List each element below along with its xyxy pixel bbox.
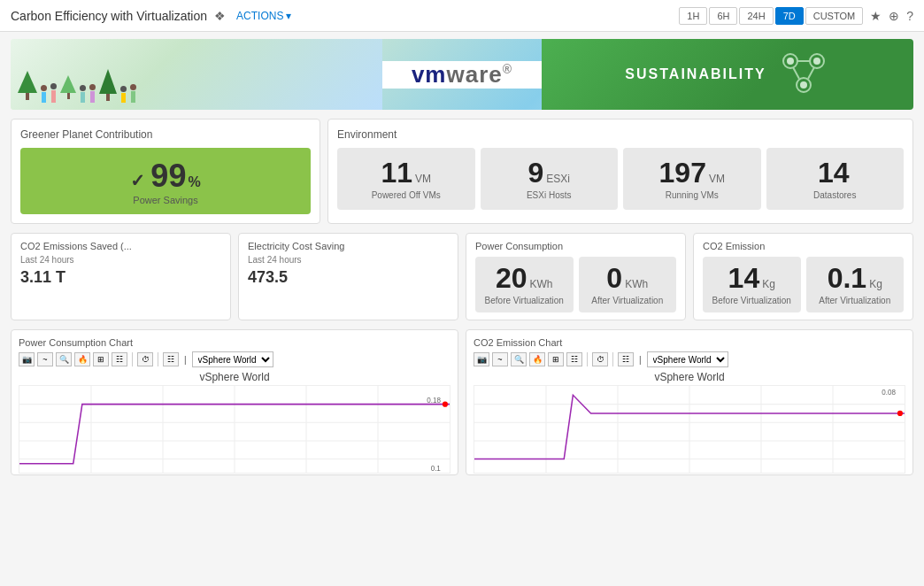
- power-savings-value: ✓ 99 %: [130, 158, 200, 195]
- time-filter-group: 1H 6H 24H 7D CUSTOM ★ ⊕ ?: [679, 7, 913, 25]
- sustainability-label: SUSTAINABILITY: [625, 66, 766, 82]
- before-virt-power-label: Before Virtualization: [485, 296, 564, 305]
- power-chart-graph-title: vSphere World: [19, 371, 450, 383]
- co2-chart-line-btn[interactable]: ~: [492, 352, 508, 366]
- after-virt-power-value: 0: [606, 264, 622, 292]
- share2-icon[interactable]: ⊕: [889, 9, 899, 23]
- co2-chart-camera-btn[interactable]: 📷: [474, 352, 489, 366]
- stats-row: CO2 Emissions Saved (... Last 24 hours 3…: [11, 233, 913, 320]
- co2-savings-subtitle: Last 24 hours: [20, 255, 221, 265]
- power-consumption-metrics: 20 KWh Before Virtualization 0 KWh After…: [475, 257, 676, 312]
- svg-text:0.1: 0.1: [431, 465, 442, 473]
- svg-text:0.18: 0.18: [427, 397, 441, 405]
- co2-chart-clock-btn[interactable]: ⏱: [592, 352, 608, 366]
- power-consumption-chart-panel: Power Consumption Chart 📷 ~ 🔍 🔥 ⊞ ☷ ⏱ ☷ …: [11, 329, 458, 475]
- esxi-hosts-label: ESXi Hosts: [527, 190, 572, 200]
- environment-metrics: 11 VM Powered Off VMs 9 ESXi ESXi Hosts …: [337, 148, 904, 210]
- before-virtualization-power: 20 KWh Before Virtualization: [475, 257, 574, 312]
- electricity-savings-title: Electricity Cost Saving: [248, 241, 449, 251]
- chart-camera-btn[interactable]: 📷: [19, 352, 35, 366]
- time-24h[interactable]: 24H: [739, 7, 773, 25]
- co2-chart-title: CO2 Emission Chart: [474, 337, 905, 348]
- svg-line-4: [793, 67, 799, 79]
- powered-off-vms-value: 11: [381, 158, 412, 187]
- environment-panel: Environment 11 VM Powered Off VMs 9 ESXi…: [327, 119, 913, 224]
- banner-sustainability: SUSTAINABILITY: [542, 39, 913, 110]
- pipe-separator: |: [181, 355, 189, 365]
- chart-fire-btn[interactable]: 🔥: [74, 352, 90, 366]
- main-content: vmware® SUSTAINABILITY: [0, 32, 924, 482]
- chart-zoom-btn[interactable]: 🔍: [56, 352, 72, 366]
- co2-emission-metrics: 14 Kg Before Virtualization 0.1 Kg After…: [703, 257, 904, 312]
- after-virt-power-unit: KWh: [625, 278, 648, 290]
- power-chart-toolbar: 📷 ~ 🔍 🔥 ⊞ ☷ ⏱ ☷ | vSphere World: [19, 351, 450, 367]
- time-7d[interactable]: 7D: [775, 7, 804, 25]
- before-virt-power-value: 20: [496, 264, 527, 292]
- power-savings-label: Power Savings: [133, 195, 197, 205]
- co2-chart-zoom-btn[interactable]: 🔍: [511, 352, 527, 366]
- toolbar-separator-2: [158, 352, 158, 366]
- share-icon[interactable]: ❖: [214, 9, 226, 23]
- time-1h[interactable]: 1H: [679, 7, 707, 25]
- banner: vmware® SUSTAINABILITY: [11, 39, 913, 110]
- greener-planet-panel: Greener Planet Contribution ✓ 99 % Power…: [11, 119, 320, 224]
- check-circle-icon: ✓: [130, 170, 145, 191]
- svg-point-6: [787, 58, 794, 65]
- co2-savings-title: CO2 Emissions Saved (...: [20, 241, 221, 251]
- actions-button[interactable]: ACTIONS ▾: [236, 10, 291, 22]
- power-consumption-title: Power Consumption: [475, 241, 676, 251]
- svg-point-7: [813, 58, 820, 65]
- electricity-savings-subtitle: Last 24 hours: [248, 255, 449, 265]
- before-virt-co2-value: 14: [728, 264, 760, 292]
- running-vms-metric: 197 VM Running VMs: [623, 148, 761, 210]
- powered-off-vms-label: Powered Off VMs: [372, 190, 441, 200]
- after-virt-co2-value: 0.1: [828, 264, 866, 292]
- svg-point-8: [800, 81, 807, 89]
- greener-planet-bar: ✓ 99 % Power Savings: [20, 148, 311, 214]
- chart-grid-btn[interactable]: ⊞: [93, 352, 109, 366]
- electricity-savings-value: 473.5: [248, 268, 449, 287]
- environment-title: Environment: [337, 128, 904, 141]
- power-chart-title: Power Consumption Chart: [19, 337, 450, 348]
- star-icon[interactable]: ★: [870, 9, 882, 23]
- co2-chart-table-btn[interactable]: ☷: [618, 352, 634, 366]
- datastores-metric: 14 Datastores: [766, 148, 905, 210]
- after-virt-co2: 0.1 Kg After Virtualization: [806, 257, 905, 312]
- co2-toolbar-separator: [587, 352, 588, 366]
- co2-chart-layout-btn[interactable]: ☷: [566, 352, 582, 366]
- power-consumption-card: Power Consumption 20 KWh Before Virtuali…: [466, 233, 686, 320]
- before-virt-co2-unit: Kg: [762, 278, 775, 290]
- after-virt-co2-unit: Kg: [869, 278, 882, 290]
- co2-chart-fire-btn[interactable]: 🔥: [529, 352, 545, 366]
- co2-savings-value: 3.11 T: [20, 268, 221, 287]
- esxi-hosts-value: 9: [528, 158, 544, 187]
- co2-chart-area: 0.08: [474, 385, 905, 474]
- electricity-savings-card: Electricity Cost Saving Last 24 hours 47…: [238, 233, 458, 320]
- co2-pipe-separator: |: [636, 355, 644, 365]
- help-icon[interactable]: ?: [906, 9, 913, 23]
- co2-chart-grid-btn[interactable]: ⊞: [548, 352, 564, 366]
- time-custom[interactable]: CUSTOM: [805, 7, 863, 25]
- page-title: Carbon Efficiency with Virtualization: [11, 9, 207, 23]
- powered-off-vms-unit: VM: [415, 173, 431, 185]
- banner-left: [11, 39, 382, 110]
- greener-planet-title: Greener Planet Contribution: [20, 128, 311, 141]
- chart-table-btn[interactable]: ☷: [163, 352, 179, 366]
- power-chart-area: 0.18 0.1: [19, 385, 450, 474]
- top-bar: Carbon Efficiency with Virtualization ❖ …: [0, 0, 924, 32]
- datastores-value: 14: [818, 158, 850, 187]
- co2-chart-toolbar: 📷 ~ 🔍 🔥 ⊞ ☷ ⏱ ☷ | vSphere World: [474, 351, 905, 367]
- time-6h[interactable]: 6H: [709, 7, 737, 25]
- svg-line-5: [808, 67, 814, 79]
- co2-chart-dropdown[interactable]: vSphere World: [647, 351, 728, 367]
- svg-point-18: [443, 402, 448, 407]
- esxi-hosts-unit: ESXi: [546, 173, 570, 185]
- chart-layout-btn[interactable]: ☷: [112, 352, 127, 366]
- banner-vmware: vmware®: [382, 61, 542, 89]
- charts-row: Power Consumption Chart 📷 ~ 🔍 🔥 ⊞ ☷ ⏱ ☷ …: [11, 329, 913, 475]
- power-chart-dropdown[interactable]: vSphere World: [192, 351, 273, 367]
- chart-clock-btn[interactable]: ⏱: [137, 352, 153, 366]
- chart-line-btn[interactable]: ~: [37, 352, 53, 366]
- before-virt-co2: 14 Kg Before Virtualization: [703, 257, 801, 312]
- esxi-hosts-metric: 9 ESXi ESXi Hosts: [481, 148, 619, 210]
